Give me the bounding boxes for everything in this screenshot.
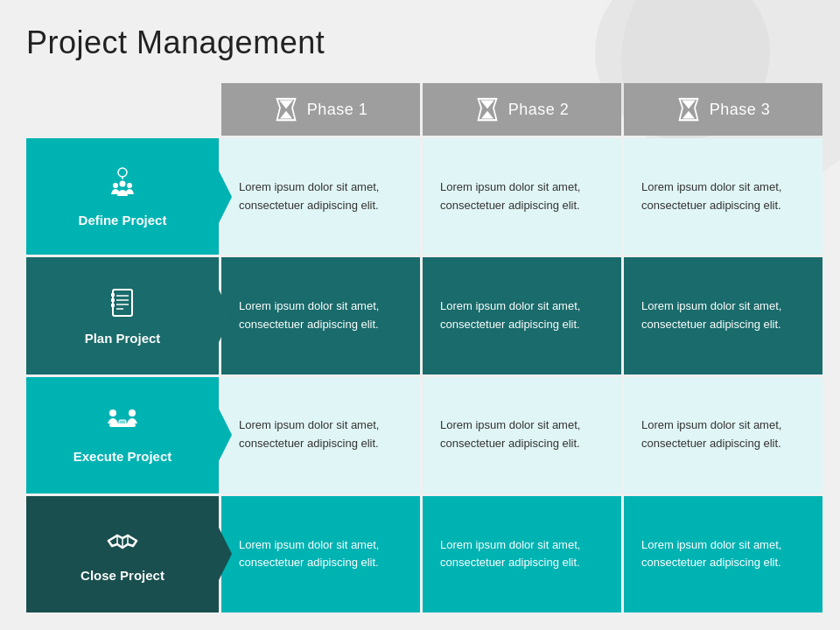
svg-marker-9 — [481, 111, 494, 119]
cell-define-phase1-text: Lorem ipsum dolor sit amet, consectetuer… — [239, 178, 402, 215]
cell-define-phase1: Lorem ipsum dolor sit amet, consectetuer… — [221, 138, 420, 255]
svg-marker-13 — [682, 101, 696, 109]
main-grid: Phase 1 Phase 2 Phase 3 — [26, 83, 822, 612]
svg-marker-14 — [682, 111, 695, 119]
cell-execute-phase2-text: Lorem ipsum dolor sit amet, consectetuer… — [440, 416, 604, 453]
cell-define-phase3: Lorem ipsum dolor sit amet, consectetuer… — [624, 138, 822, 255]
hourglass-icon-1 — [274, 97, 298, 122]
cell-close-phase3-text: Lorem ipsum dolor sit amet, consectetuer… — [641, 536, 805, 573]
phase-3-header: Phase 3 — [624, 83, 822, 136]
svg-point-15 — [118, 168, 127, 177]
svg-marker-3 — [279, 101, 293, 109]
phase-1-label: Phase 1 — [307, 101, 368, 119]
svg-marker-8 — [480, 101, 494, 109]
cell-plan-phase2: Lorem ipsum dolor sit amet, consectetuer… — [423, 257, 621, 374]
svg-point-17 — [113, 183, 118, 188]
svg-rect-26 — [111, 298, 115, 302]
row-close-label: Close Project — [26, 496, 219, 612]
cell-execute-phase1-text: Lorem ipsum dolor sit amet, consectetuer… — [239, 416, 402, 453]
cell-define-phase2-text: Lorem ipsum dolor sit amet, consectetuer… — [440, 178, 604, 215]
cell-execute-phase3-text: Lorem ipsum dolor sit amet, consectetuer… — [641, 416, 805, 453]
cell-plan-phase3-text: Lorem ipsum dolor sit amet, consectetuer… — [641, 298, 805, 334]
cell-close-phase1-text: Lorem ipsum dolor sit amet, consectetuer… — [239, 536, 402, 573]
close-project-label: Close Project — [80, 568, 164, 583]
row-execute-label: Execute Project — [26, 377, 219, 494]
phase-2-header: Phase 2 — [423, 83, 621, 136]
cell-close-phase1: Lorem ipsum dolor sit amet, consectetuer… — [221, 496, 420, 612]
phase-2-label: Phase 2 — [508, 101, 570, 119]
plan-project-icon — [106, 286, 139, 324]
svg-point-18 — [120, 180, 126, 186]
svg-rect-27 — [111, 304, 115, 307]
svg-rect-25 — [111, 293, 115, 297]
cell-plan-phase3: Lorem ipsum dolor sit amet, consectetuer… — [624, 257, 822, 374]
svg-point-19 — [127, 183, 132, 188]
define-project-icon — [105, 166, 140, 206]
execute-project-label: Execute Project — [74, 449, 172, 464]
cell-define-phase2: Lorem ipsum dolor sit amet, consectetuer… — [423, 138, 621, 255]
cell-execute-phase2: Lorem ipsum dolor sit amet, consectetuer… — [423, 377, 621, 494]
svg-marker-4 — [280, 111, 292, 119]
cell-plan-phase1-text: Lorem ipsum dolor sit amet, consectetuer… — [239, 298, 402, 334]
phase-3-label: Phase 3 — [710, 101, 771, 119]
cell-plan-phase1: Lorem ipsum dolor sit amet, consectetuer… — [221, 257, 420, 374]
row-plan-label: Plan Project — [26, 257, 219, 374]
phase-1-header: Phase 1 — [221, 83, 420, 136]
define-project-label: Define Project — [79, 213, 167, 228]
cell-close-phase2-text: Lorem ipsum dolor sit amet, consectetuer… — [440, 536, 604, 573]
svg-point-29 — [129, 410, 136, 416]
cell-execute-phase1: Lorem ipsum dolor sit amet, consectetuer… — [221, 377, 420, 494]
cell-close-phase2: Lorem ipsum dolor sit amet, consectetuer… — [423, 496, 621, 612]
cell-plan-phase2-text: Lorem ipsum dolor sit amet, consectetuer… — [440, 298, 604, 334]
page-title: Project Management — [26, 24, 325, 61]
row-define-label: Define Project — [26, 138, 219, 255]
cell-execute-phase3: Lorem ipsum dolor sit amet, consectetuer… — [624, 377, 822, 494]
grid-empty-corner — [26, 83, 219, 136]
plan-project-label: Plan Project — [85, 331, 161, 346]
execute-project-icon — [104, 406, 141, 442]
hourglass-icon-2 — [475, 97, 500, 122]
cell-define-phase3-text: Lorem ipsum dolor sit amet, consectetuer… — [641, 178, 805, 215]
cell-close-phase3: Lorem ipsum dolor sit amet, consectetuer… — [624, 496, 822, 612]
svg-point-28 — [109, 410, 116, 416]
svg-rect-31 — [119, 420, 126, 425]
hourglass-icon-3 — [676, 97, 701, 122]
close-project-icon — [105, 525, 140, 561]
svg-rect-20 — [113, 290, 132, 316]
